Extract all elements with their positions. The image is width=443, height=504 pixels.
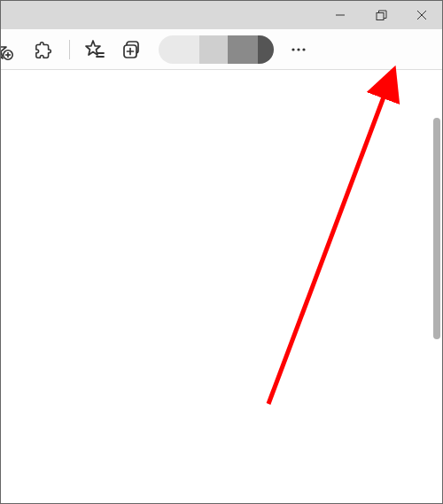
vertical-scrollbar[interactable] — [433, 118, 440, 339]
restore-icon — [376, 10, 387, 21]
close-icon — [416, 10, 427, 20]
minimize-icon — [335, 10, 346, 20]
maximize-button[interactable] — [361, 1, 401, 29]
svg-point-16 — [302, 48, 305, 50]
collections-button[interactable] — [114, 32, 150, 67]
more-icon — [291, 42, 307, 58]
svg-rect-1 — [377, 12, 384, 19]
profile-button[interactable] — [159, 35, 274, 64]
close-button[interactable] — [401, 1, 442, 29]
svg-point-14 — [291, 48, 294, 50]
minimize-button[interactable] — [320, 1, 361, 29]
extensions-button[interactable] — [27, 32, 62, 67]
more-menu-button[interactable] — [281, 32, 316, 67]
favorites-add-icon — [0, 38, 25, 61]
browser-toolbar — [1, 29, 442, 70]
favorites-list-icon — [84, 39, 105, 60]
svg-point-15 — [297, 48, 299, 50]
page-content — [1, 70, 442, 503]
collections-icon — [121, 39, 143, 60]
add-favorite-button[interactable] — [0, 32, 25, 67]
toolbar-separator — [69, 40, 70, 59]
favorites-button[interactable] — [77, 32, 113, 67]
extensions-icon — [35, 40, 54, 59]
window-titlebar — [1, 1, 442, 29]
